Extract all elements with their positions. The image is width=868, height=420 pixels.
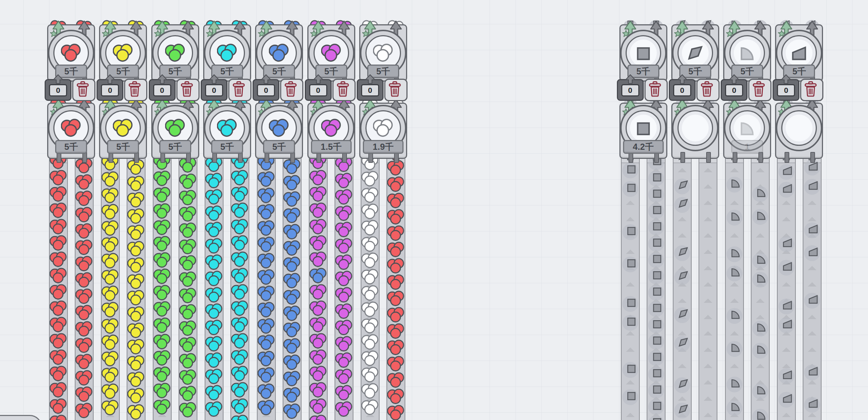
belt-arrow-icon	[703, 363, 713, 370]
throughput-label: 5千	[159, 140, 191, 154]
cyan-item	[231, 415, 249, 420]
conveyor-belt[interactable]	[257, 155, 276, 420]
square-item	[621, 388, 640, 408]
counter-value: 0	[725, 84, 743, 96]
counter-value-text: 0	[784, 86, 789, 95]
throughput-label-text: 5千	[273, 66, 286, 77]
conveyor-belt[interactable]	[230, 155, 249, 420]
conveyor-belt[interactable]	[361, 155, 380, 420]
conveyor-belt[interactable]	[803, 155, 822, 420]
belt-arrow-icon	[729, 330, 740, 338]
belt-arrow-icon	[703, 216, 713, 223]
game-world: 5千 5千 0	[0, 0, 868, 420]
throughput-label: 1	[731, 140, 763, 154]
quarter-item	[751, 407, 770, 420]
trapezoid-item	[777, 316, 796, 336]
throughput-label-text: 5千	[116, 66, 130, 77]
conveyor-belt[interactable]	[699, 155, 717, 420]
belt-arrow-icon	[703, 330, 713, 338]
belt-arrow-icon	[729, 200, 740, 207]
belt-arrow-icon	[729, 298, 740, 305]
counter-value: 0	[101, 84, 119, 96]
counter-value: 0	[205, 84, 223, 96]
counter-value-text: 0	[316, 86, 320, 95]
belt-arrow-icon	[625, 412, 635, 419]
trapezoid-display-icon	[791, 46, 807, 63]
throughput-label-text: 5千	[688, 66, 702, 77]
conveyor-belt[interactable]	[101, 155, 120, 420]
conveyor-belt[interactable]	[777, 155, 796, 420]
counter-value: 0	[777, 84, 795, 96]
trapezoid-item	[803, 244, 822, 264]
counter-value-text: 0	[160, 86, 164, 95]
belt-arrow-icon	[703, 347, 713, 354]
kite-item	[673, 195, 692, 216]
throughput-label-text: 5千	[168, 141, 182, 153]
belt-arrow-icon	[703, 249, 713, 256]
conveyor-belt[interactable]	[153, 155, 172, 420]
belt-arrow-icon	[703, 281, 713, 289]
blue-item	[283, 403, 301, 420]
conveyor-belt[interactable]	[205, 155, 224, 420]
counter-value-text: 0	[56, 86, 60, 95]
trash-icon	[648, 81, 662, 99]
red-item	[50, 415, 67, 420]
belt-arrow-icon	[703, 232, 713, 240]
trapezoid-item	[777, 390, 796, 411]
red-item	[75, 403, 93, 420]
counter-value: 0	[361, 84, 379, 96]
trapezoid-item	[777, 162, 796, 183]
belt-arrow-icon	[781, 347, 791, 354]
yellow-item	[127, 404, 145, 420]
conveyor-belt[interactable]	[75, 155, 94, 420]
cyan-item	[205, 401, 223, 420]
conveyor-belt[interactable]	[725, 155, 744, 420]
trapezoid-item	[777, 297, 796, 317]
conveyor-belt[interactable]	[647, 155, 666, 420]
kite-item	[673, 177, 692, 197]
belt-arrow-icon	[807, 200, 817, 207]
throughput-label-text: 1.9千	[373, 141, 393, 153]
square-item	[621, 223, 640, 243]
kite-item	[673, 334, 692, 355]
conveyor-belt[interactable]	[673, 155, 692, 420]
kite-item	[673, 244, 692, 264]
throughput-label-text: 5千	[273, 141, 286, 153]
trash-icon	[284, 81, 298, 99]
green-display-icon	[165, 44, 185, 65]
conveyor-belt[interactable]	[335, 155, 353, 420]
quarter-item	[725, 245, 744, 265]
belt-arrow-icon	[781, 216, 791, 223]
conveyor-belt[interactable]	[751, 155, 770, 420]
trash-icon	[180, 81, 194, 99]
throughput-label-text: 5千	[220, 141, 234, 153]
counter-value: 0	[49, 84, 67, 96]
conveyor-belt[interactable]	[309, 155, 328, 420]
counter-value: 0	[621, 84, 639, 96]
conveyor-belt[interactable]	[386, 155, 405, 420]
throughput-label-text: 5千	[324, 66, 338, 77]
throughput-label-text: 5千	[168, 66, 182, 77]
belt-arrow-icon	[729, 363, 740, 370]
conveyor-belt[interactable]	[127, 155, 146, 420]
conveyor-belt[interactable]	[49, 155, 68, 420]
belt-arrow-icon	[729, 167, 740, 174]
display-disc-core	[786, 115, 812, 141]
throughput-label-text: 5千	[740, 66, 754, 77]
counter-value-text: 0	[108, 86, 112, 95]
counter-value: 0	[673, 84, 691, 96]
throughput-label-text: 5千	[636, 66, 650, 77]
throughput-label-text: 5千	[793, 66, 806, 77]
green-item	[153, 399, 171, 418]
belt-arrow-icon	[677, 232, 687, 240]
white-display-icon	[373, 44, 393, 65]
corner-panel[interactable]	[0, 415, 42, 420]
trash-icon	[128, 81, 142, 99]
conveyor-belt[interactable]	[621, 155, 640, 420]
conveyor-belt[interactable]	[283, 155, 302, 420]
belt-arrow-icon	[807, 281, 817, 289]
quarter-item	[725, 339, 744, 360]
conveyor-belt[interactable]	[179, 155, 197, 420]
belt-arrow-icon	[703, 167, 713, 174]
throughput-label-text: 1	[745, 142, 749, 152]
